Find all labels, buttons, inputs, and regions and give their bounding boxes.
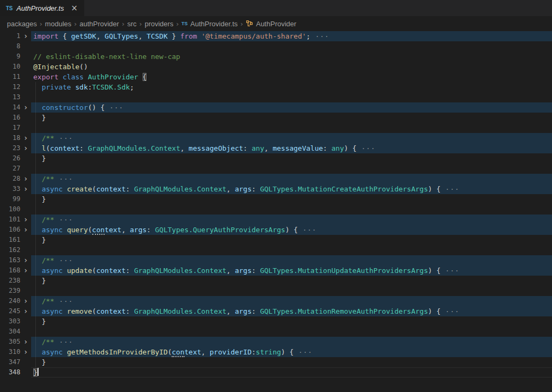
editor-gutter[interactable]: 100	[0, 204, 31, 215]
editor-gutter[interactable]: 245›	[0, 306, 31, 316]
fold-chevron-icon[interactable]: ›	[20, 225, 31, 235]
editor-gutter[interactable]: 347	[0, 357, 31, 367]
editor-gutter[interactable]: 304	[0, 327, 31, 337]
code-line[interactable]: 161 }	[0, 235, 552, 245]
line-number[interactable]: 245	[0, 306, 20, 316]
code-line[interactable]: 1›import { getSDK, GQLTypes, TCSDK } fro…	[0, 31, 552, 41]
fold-chevron-icon[interactable]: ›	[20, 306, 31, 316]
line-number[interactable]: 161	[0, 235, 20, 245]
editor-gutter[interactable]: 13	[0, 92, 31, 102]
fold-chevron-icon[interactable]: ›	[20, 174, 31, 184]
code-line[interactable]: 303 }	[0, 316, 552, 327]
code-line[interactable]: 17	[0, 123, 552, 133]
fold-chevron-icon[interactable]: ›	[20, 133, 31, 143]
line-number[interactable]: 348	[0, 367, 20, 378]
editor-gutter[interactable]: 10	[0, 62, 31, 72]
editor-gutter[interactable]: 303	[0, 316, 31, 327]
editor-gutter[interactable]: 310›	[0, 347, 31, 357]
code-line[interactable]: 13	[0, 92, 552, 102]
editor-gutter[interactable]: 11	[0, 72, 31, 82]
editor-gutter[interactable]: 168›	[0, 265, 31, 276]
breadcrumb-item-authprovider[interactable]: authProvider	[79, 20, 119, 28]
line-number[interactable]: 17	[0, 123, 20, 133]
editor-gutter[interactable]: 14›	[0, 102, 31, 113]
line-number[interactable]: 33	[0, 184, 20, 194]
fold-chevron-icon[interactable]: ›	[20, 102, 31, 113]
editor-gutter[interactable]: 26	[0, 153, 31, 164]
code-line[interactable]: 10@Injectable()	[0, 62, 552, 72]
editor-gutter[interactable]: 238	[0, 276, 31, 286]
code-line[interactable]: 26 }	[0, 153, 552, 164]
line-number[interactable]: 16	[0, 113, 20, 123]
editor-gutter[interactable]: 106›	[0, 225, 31, 235]
editor-gutter[interactable]: 8	[0, 41, 31, 51]
breadcrumb-item-authprovider-ts[interactable]: TSAuthProvider.ts	[181, 20, 238, 28]
code-line[interactable]: 305› /** ···	[0, 337, 552, 347]
editor-gutter[interactable]: 27	[0, 164, 31, 174]
code-line[interactable]: 101› /** ···	[0, 215, 552, 225]
line-number[interactable]: 304	[0, 327, 20, 337]
code-line[interactable]: 11export class AuthProvider {	[0, 72, 552, 82]
editor-gutter[interactable]: 101›	[0, 215, 31, 225]
editor-gutter[interactable]: 99	[0, 194, 31, 204]
editor-gutter[interactable]: 9	[0, 51, 31, 62]
code-line[interactable]: 106› async query(context, args: GQLTypes…	[0, 225, 552, 235]
code-line[interactable]: 310› async getMethodsInProviderByID(cont…	[0, 347, 552, 357]
code-line[interactable]: 28› /** ···	[0, 174, 552, 184]
breadcrumb-item-packages[interactable]: packages	[7, 20, 37, 28]
code-line[interactable]: 348}	[0, 367, 552, 378]
fold-chevron-icon[interactable]: ›	[20, 215, 31, 225]
code-line[interactable]: 162	[0, 245, 552, 255]
editor-gutter[interactable]: 162	[0, 245, 31, 255]
code-line[interactable]: 304	[0, 327, 552, 337]
line-number[interactable]: 9	[0, 51, 20, 62]
editor-gutter[interactable]: 16	[0, 113, 31, 123]
line-number[interactable]: 28	[0, 174, 20, 184]
fold-chevron-icon[interactable]: ›	[20, 265, 31, 276]
line-number[interactable]: 347	[0, 357, 20, 367]
code-line[interactable]: 27	[0, 164, 552, 174]
line-number[interactable]: 8	[0, 41, 20, 51]
line-number[interactable]: 238	[0, 276, 20, 286]
code-line[interactable]: 16 }	[0, 113, 552, 123]
line-number[interactable]: 23	[0, 143, 20, 153]
code-line[interactable]: 18› /** ···	[0, 133, 552, 143]
line-number[interactable]: 163	[0, 255, 20, 265]
editor-gutter[interactable]: 163›	[0, 255, 31, 265]
breadcrumb-item-providers[interactable]: providers	[145, 20, 173, 28]
editor-gutter[interactable]: 348	[0, 367, 31, 378]
code-line[interactable]: 9// eslint-disable-next-line new-cap	[0, 51, 552, 62]
editor-gutter[interactable]: 161	[0, 235, 31, 245]
line-number[interactable]: 14	[0, 102, 20, 113]
line-number[interactable]: 303	[0, 316, 20, 327]
code-line[interactable]: 163› /** ···	[0, 255, 552, 265]
line-number[interactable]: 240	[0, 296, 20, 306]
fold-chevron-icon[interactable]: ›	[20, 31, 31, 41]
code-editor[interactable]: 1›import { getSDK, GQLTypes, TCSDK } fro…	[0, 31, 552, 392]
fold-chevron-icon[interactable]: ›	[20, 296, 31, 306]
editor-gutter[interactable]: 33›	[0, 184, 31, 194]
fold-chevron-icon[interactable]: ›	[20, 255, 31, 265]
breadcrumb-item-authprovider[interactable]: AuthProvider	[246, 20, 296, 28]
editor-gutter[interactable]: 305›	[0, 337, 31, 347]
line-number[interactable]: 310	[0, 347, 20, 357]
fold-chevron-icon[interactable]: ›	[20, 143, 31, 153]
fold-chevron-icon[interactable]: ›	[20, 347, 31, 357]
line-number[interactable]: 27	[0, 164, 20, 174]
editor-gutter[interactable]: 23›	[0, 143, 31, 153]
code-line[interactable]: 8	[0, 41, 552, 51]
line-number[interactable]: 12	[0, 82, 20, 92]
line-number[interactable]: 11	[0, 72, 20, 82]
editor-gutter[interactable]: 1›	[0, 31, 31, 41]
line-number[interactable]: 99	[0, 194, 20, 204]
code-line[interactable]: 238 }	[0, 276, 552, 286]
line-number[interactable]: 106	[0, 225, 20, 235]
code-line[interactable]: 100	[0, 204, 552, 215]
code-line[interactable]: 240› /** ···	[0, 296, 552, 306]
close-icon[interactable]: ×	[71, 4, 78, 12]
breadcrumb-item-src[interactable]: src	[127, 20, 136, 28]
line-number[interactable]: 100	[0, 204, 20, 215]
editor-gutter[interactable]: 240›	[0, 296, 31, 306]
editor-gutter[interactable]: 12	[0, 82, 31, 92]
code-line[interactable]: 168› async update(context: GraphQLModule…	[0, 265, 552, 276]
